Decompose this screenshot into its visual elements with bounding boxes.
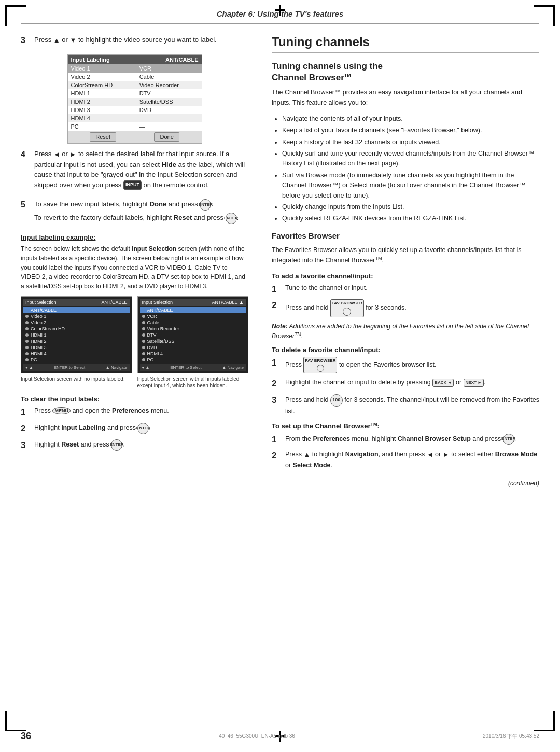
table-row: ColorStream HD Video Recorder — [67, 81, 202, 89]
add-fav-step-1-num: 1 — [272, 283, 282, 296]
delete-fav-title: To delete a favorite channel/input: — [272, 346, 539, 354]
done-button[interactable]: Done — [154, 132, 179, 142]
table-cell-input: Video 1 — [67, 64, 136, 73]
table-cell-label: Video Recorder — [136, 81, 202, 89]
enter-key-5: ENTER — [503, 434, 514, 445]
step-4: 4 Press ◄ or ► to select the desired lab… — [21, 149, 248, 192]
input-labeling-table: Input Labeling ANT/CABLE Video 1 VCR Vid… — [67, 54, 202, 144]
table-row: Video 2 Cable — [67, 73, 202, 81]
add-fav-note: Note: Additions are added to the beginni… — [272, 322, 539, 341]
table-cell-input: HDMI 3 — [67, 106, 136, 114]
delete-fav-step-3-content: Press and hold 100 for 3 seconds. The ch… — [285, 394, 539, 416]
table-row: HDMI 4 — — [67, 114, 202, 122]
list-item: Quickly change inputs from the Inputs Li… — [282, 202, 539, 212]
step-3: 3 Press ▲ or ▼ to highlight the video so… — [21, 35, 248, 47]
list-item: Surf via Browse mode (to immediately tun… — [282, 171, 539, 201]
page-number: 36 — [21, 731, 31, 742]
input-labeling-example-title: Input labeling example: — [21, 233, 248, 241]
favorites-title: Favorites Browser — [272, 231, 539, 242]
clear-step-1-num: 1 — [21, 406, 31, 419]
menu-key: MENU — [52, 408, 71, 415]
step-4-content: Press ◄ or ► to select the desired label… — [34, 149, 248, 192]
list-item: Keep a list of your favorite channels (s… — [282, 126, 539, 135]
sub-section-title: Tuning channels using theChannel Browser… — [272, 61, 539, 83]
list-item: Quickly select REGZA-LINK devices from t… — [282, 214, 539, 224]
setup-cb-step-1-num: 1 — [272, 434, 282, 446]
table-cell-input: HDMI 1 — [67, 89, 136, 98]
table-cell-label: VCR — [136, 64, 202, 73]
delete-fav-step-1: 1 Press FAV BROWSER to open the Favorite… — [272, 357, 539, 373]
corner-mark-tr — [534, 5, 555, 26]
next-key: NEXT ► — [464, 379, 484, 387]
setup-cb-step-1-content: From the Preferences menu, highlight Cha… — [285, 434, 539, 445]
intro-body: The Channel Browser™ provides an easy na… — [272, 88, 539, 108]
clear-step-2-content: Highlight Input Labeling and press ENTER… — [34, 423, 248, 434]
clear-step-1-content: Press MENU and open the Preferences menu… — [34, 406, 248, 416]
clear-labels-section: To clear the input labels: 1 Press MENU … — [21, 395, 248, 451]
delete-fav-step-3-num: 3 — [272, 394, 282, 407]
clear-step-1: 1 Press MENU and open the Preferences me… — [21, 406, 248, 419]
corner-mark-br — [534, 711, 555, 731]
screenshot-right-caption: Input Selection screen with all inputs l… — [137, 375, 249, 389]
step-5: 5 To save the new input labels, highligh… — [21, 199, 248, 226]
favorites-intro: The Favorites Browser allows you to quic… — [272, 245, 539, 266]
enter-key-4: ENTER — [111, 439, 122, 451]
setup-cb-step-2-num: 2 — [272, 450, 282, 462]
right-column: Tuning channels Tuning channels using th… — [259, 35, 539, 487]
reset-button[interactable]: Reset — [90, 132, 116, 142]
table-cell-label: — — [136, 122, 202, 131]
fav-browser-key: FAV BROWSER — [330, 299, 364, 317]
input-labeling-example: Input labeling example: The screen below… — [21, 233, 248, 389]
hundred-key: 100 — [330, 394, 343, 407]
delete-fav-step-2-num: 2 — [272, 378, 282, 390]
table-cell-input: ColorStream HD — [67, 81, 136, 89]
table-cell-label: — — [136, 114, 202, 122]
main-section-title: Tuning channels — [272, 35, 539, 53]
clear-step-2: 2 Highlight Input Labeling and press ENT… — [21, 423, 248, 435]
enter-key-3: ENTER — [137, 423, 149, 434]
setup-cb-step-1: 1 From the Preferences menu, highlight C… — [272, 434, 539, 446]
step-3-text: Press ▲ or ▼ to highlight the video sour… — [34, 35, 248, 45]
enter-key: ENTER — [200, 199, 211, 211]
table-row: HDMI 2 Satellite/DSS — [67, 98, 202, 106]
corner-mark-bl — [5, 711, 26, 731]
table-header-input: Input Labeling — [67, 55, 136, 65]
setup-cb-step-2-content: Press ▲ to highlight Navigation, and the… — [285, 450, 539, 470]
page-footer: 36 40_46_55G300U_EN-A5.indb 36 2010/3/16… — [21, 731, 539, 742]
table-header-label: ANT/CABLE — [136, 55, 202, 65]
clear-step-2-num: 2 — [21, 423, 31, 435]
step-5-text: To save the new input labels, highlight … — [34, 199, 248, 211]
back-key: BACK ◄ — [432, 379, 454, 387]
step-5-num: 5 — [21, 199, 32, 211]
add-fav-step-2-num: 2 — [272, 299, 282, 312]
setup-cb-step-2: 2 Press ▲ to highlight Navigation, and t… — [272, 450, 539, 470]
screenshot-right-img: Input SelectionANT/CABLE ▲ ANT/CABLE VCR… — [137, 296, 249, 373]
table-cell-input: PC — [67, 122, 136, 131]
input-labeling-example-body: The screen below left shows the default … — [21, 244, 248, 291]
footer-date: 2010/3/16 下午 05:43:52 — [483, 733, 539, 740]
table-row: HDMI 3 DVD — [67, 106, 202, 114]
clear-step-3: 3 Highlight Reset and press ENTER. — [21, 439, 248, 452]
table-cell-label: Cable — [136, 73, 202, 81]
add-fav-step-2-content: Press and hold FAV BROWSER for 3 seconds… — [285, 299, 539, 317]
step-4-num: 4 — [21, 149, 32, 160]
table-cell-label: DTV — [136, 89, 202, 98]
screenshots-row: Input SelectionANT/CABLE ANT/CABLE Video… — [21, 296, 248, 389]
table-row: Video 1 VCR — [67, 64, 202, 73]
add-fav-step-2: 2 Press and hold FAV BROWSER for 3 secon… — [272, 299, 539, 317]
table-footer-row: Reset Done — [67, 131, 202, 144]
left-column: 3 Press ▲ or ▼ to highlight the video so… — [21, 35, 259, 487]
table-row: PC — — [67, 122, 202, 131]
table-cell-input: HDMI 2 — [67, 98, 136, 106]
clear-step-3-num: 3 — [21, 439, 31, 452]
features-list: Navigate the contents of all of your inp… — [272, 114, 539, 224]
screenshot-left: Input SelectionANT/CABLE ANT/CABLE Video… — [21, 296, 132, 389]
add-fav-title: To add a favorite channel/input: — [272, 272, 539, 280]
add-fav-step-1: 1 Tune to the channel or input. — [272, 283, 539, 296]
screenshot-right: Input SelectionANT/CABLE ▲ ANT/CABLE VCR… — [137, 296, 249, 389]
delete-fav-step-3: 3 Press and hold 100 for 3 seconds. The … — [272, 394, 539, 416]
table-cell-label: DVD — [136, 106, 202, 114]
clear-labels-title: To clear the input labels: — [21, 395, 248, 403]
delete-fav-step-1-content: Press FAV BROWSER to open the Favorites … — [285, 357, 539, 373]
table-cell-input: Video 2 — [67, 73, 136, 81]
